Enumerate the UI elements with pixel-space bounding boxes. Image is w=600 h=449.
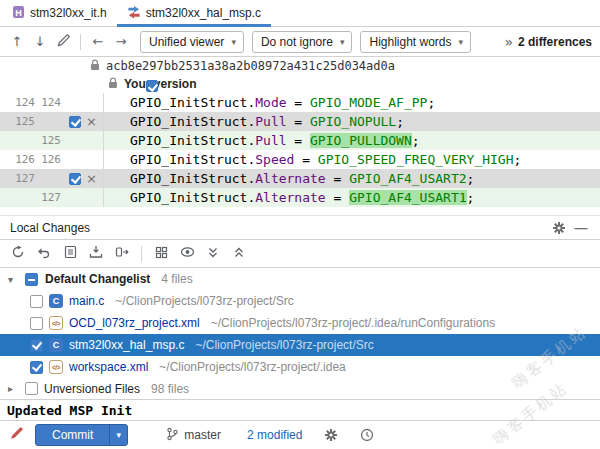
rollback-change-x-icon[interactable]: × [86,115,97,128]
next-change-button[interactable]: → [110,31,132,53]
refresh-button[interactable] [6,243,30,265]
viewer-mode-select[interactable]: Unified viewer ▾ [140,31,244,53]
commit-options-arrow[interactable]: ▾ [109,425,127,445]
editor-tab-stm32l0xx-hal-msp-c[interactable]: stm32l0xx_hal_msp.c [117,0,271,26]
changelist-checkbox[interactable] [25,273,38,286]
next-difference-button[interactable]: ↓ [29,31,51,53]
file-name: stm32l0xx_hal_msp.c [69,338,184,352]
changelist-file-count: 4 files [161,272,192,286]
file-row-OCD_l073rz_project.xml[interactable]: </>OCD_l073rz_project.xml~/ClionProjects… [0,312,600,334]
code-macro-value: GPIO_NOPULL [310,114,396,129]
toolbar-divider [141,246,142,262]
code-punctuation: ; [467,171,475,186]
include-change-checkbox[interactable] [69,116,81,128]
expanded-arrow-icon[interactable]: ▾ [8,274,19,285]
lock-icon [90,59,100,74]
new-line-number: 127 [38,188,62,207]
changelist-row[interactable]: ▾ Default Changelist 4 files [0,268,600,290]
group-by-icon [155,246,168,262]
file-row-stm32l0xx_hal_msp.c[interactable]: Cstm32l0xx_hal_msp.c~/ClionProjects/l073… [0,334,600,356]
include-all-changes-checkbox[interactable] [146,80,158,92]
file-path: ~/ClionProjects/l073rz-project/.idea/run… [211,316,495,330]
unversioned-checkbox[interactable] [25,382,38,395]
code-operator: = [287,95,310,110]
diff-line-125: 125×GPIO_InitStruct.Pull = GPIO_NOPULL; [0,112,600,131]
code-line-text[interactable]: GPIO_InitStruct.Pull = GPIO_NOPULL; [104,112,404,131]
include-change-checkbox[interactable] [69,173,81,185]
file-checkbox[interactable] [30,295,43,308]
file-row-workspace.xml[interactable]: </>workspace.xml~/ClionProjects/l073rz-p… [0,356,600,378]
hide-panel-icon[interactable]: — [570,220,592,235]
file-name: main.c [69,294,104,308]
code-struct-field: Alternate [255,171,325,186]
lock-icon [108,77,118,92]
edit-commit-message-pencil-icon[interactable] [9,426,24,444]
shelve-icon [89,245,103,262]
file-checkbox[interactable] [30,361,43,374]
previous-change-button[interactable]: ← [87,31,109,53]
code-line-text[interactable]: GPIO_InitStruct.Alternate = GPIO_AF4_USA… [104,188,474,207]
edit-source-button[interactable] [52,31,74,53]
diff-gutter: 125 [0,131,104,150]
code-line-text[interactable]: GPIO_InitStruct.Pull = GPIO_PULLDOWN; [104,131,420,150]
code-struct-field: Alternate [255,190,325,205]
code-variable: GPIO_InitStruct [130,133,247,148]
revision-hash: acb8e297bb2531a38a2b08972a431c25d034ad0a [106,59,395,73]
svg-text:H: H [15,7,22,17]
previous-difference-button[interactable]: ↑ [6,31,28,53]
gear-icon[interactable] [548,221,570,235]
ignore-mode-select[interactable]: Do not ignore ▾ [252,31,353,53]
commit-message-field[interactable]: Updated MSP Init [0,399,600,420]
preview-diff-button[interactable] [175,243,199,265]
modified-files-link[interactable]: 2 modified [247,428,302,442]
rollback-change-x-icon[interactable]: × [86,172,97,185]
code-line-text[interactable]: GPIO_InitStruct.Speed = GPIO_SPEED_FREQ_… [104,150,521,169]
right-arrow-icon: → [116,35,127,48]
code-line-text[interactable]: GPIO_InitStruct.Mode = GPIO_MODE_AF_PP; [104,93,435,112]
file-checkbox[interactable] [30,317,43,330]
diff-line-126: 126126GPIO_InitStruct.Speed = GPIO_SPEED… [0,150,600,169]
commit-button-label[interactable]: Commit [36,425,109,445]
unversioned-files-row[interactable]: ▸ Unversioned Files 98 files [0,378,600,399]
chevron-down-icon: ▾ [340,37,345,47]
code-punctuation: ; [427,95,435,110]
diff-line-125: 125GPIO_InitStruct.Pull = GPIO_PULLDOWN; [0,131,600,150]
code-macro-value: GPIO_AF4_USART2 [349,171,466,186]
toolbar-divider [80,34,81,50]
tab-local-changes[interactable]: Local Changes [10,221,90,235]
settings-gear-icon[interactable] [324,428,338,442]
move-to-changelist-icon [115,245,129,262]
shelve-button[interactable] [84,243,108,265]
editor-tab-bar: H stm32l0xx_it.h stm32l0xx_hal_msp.c [0,0,600,27]
group-by-button[interactable] [149,243,173,265]
editor-tab-stm32l0xx-it-h[interactable]: H stm32l0xx_it.h [2,0,117,26]
diff-line-127: 127GPIO_InitStruct.Alternate = GPIO_AF4_… [0,188,600,207]
code-line-text[interactable]: GPIO_InitStruct.Alternate = GPIO_AF4_USA… [104,169,474,188]
move-to-changelist-button[interactable] [110,243,134,265]
ignore-mode-value: Do not ignore [261,35,333,49]
collapsed-arrow-icon[interactable]: ▸ [8,383,19,394]
diff-gutter: 127 [0,188,104,207]
code-variable: GPIO_InitStruct [130,114,247,129]
file-row-main.c[interactable]: Cmain.c~/ClionProjects/l073rz-project/Sr… [0,290,600,312]
collapse-all-button[interactable] [227,243,251,265]
code-struct-field: Speed [255,152,294,167]
history-clock-icon[interactable] [360,428,374,442]
highlight-mode-select[interactable]: Highlight words ▾ [360,31,471,53]
expand-all-button[interactable] [201,243,225,265]
diff-gutter: 127× [0,169,104,188]
show-diff-icon [64,245,77,262]
c-file-icon: C [49,338,63,352]
c-file-icon: C [49,294,63,308]
show-diff-button[interactable] [58,243,82,265]
commit-button[interactable]: Commit ▾ [35,424,128,446]
rollback-button[interactable] [32,243,56,265]
local-changes-header: Local Changes — [0,215,600,240]
more-actions-chevron[interactable]: » [500,34,517,50]
file-checkbox[interactable] [30,339,43,352]
code-macro-value: GPIO_SPEED_FREQ_VERY_HIGH [318,152,514,167]
expand-all-icon [207,246,219,262]
branch-widget[interactable]: master [166,427,221,444]
eye-icon [180,246,195,261]
chevron-down-icon: ▾ [459,37,464,47]
